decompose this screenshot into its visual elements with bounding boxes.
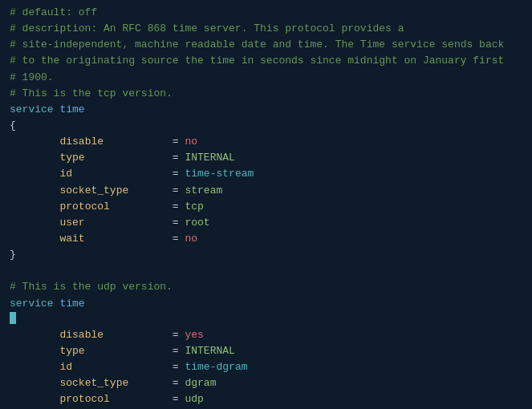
text-cursor [10, 312, 16, 324]
udp-comment: # This is the udp version. [10, 279, 522, 295]
comment-line-1: # default: off [10, 5, 522, 21]
service1-id: id = time-stream [10, 166, 522, 182]
comment-line-3: # site-independent, machine readable dat… [10, 37, 522, 53]
service1-close-brace: } [10, 247, 522, 263]
service2-declaration: service time [10, 296, 522, 312]
service2-disable: disable = yes [10, 327, 522, 343]
service2-id: id = time-dgram [10, 359, 522, 375]
service1-user: user = root [10, 215, 522, 231]
service2-socket-type: socket_type = dgram [10, 375, 522, 391]
service2-cursor-line [10, 312, 522, 327]
service1-declaration: service time [10, 102, 522, 118]
service1-socket-type: socket_type = stream [10, 183, 522, 199]
empty-line [10, 263, 522, 279]
comment-line-2: # description: An RFC 868 time server. T… [10, 21, 522, 37]
service1-type: type = INTERNAL [10, 150, 522, 166]
code-editor: # default: off # description: An RFC 868… [0, 0, 532, 409]
service1-disable: disable = no [10, 134, 522, 150]
comment-line-5: # 1900. [10, 70, 522, 86]
service1-open-brace: { [10, 118, 522, 134]
service2-type: type = INTERNAL [10, 343, 522, 359]
service1-protocol: protocol = tcp [10, 199, 522, 215]
comment-line-6: # This is the tcp version. [10, 86, 522, 102]
service2-protocol: protocol = udp [10, 391, 522, 407]
comment-line-4: # to the originating source the time in … [10, 53, 522, 69]
service1-wait: wait = no [10, 231, 522, 247]
